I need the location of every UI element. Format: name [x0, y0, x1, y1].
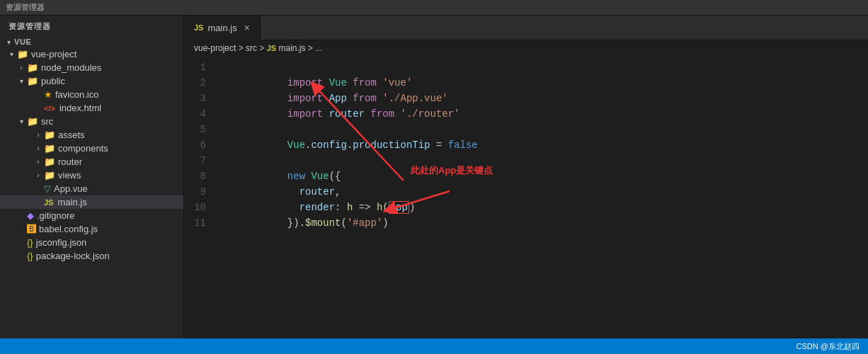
sidebar-item-node-modules[interactable]: 📁 node_modules [0, 61, 183, 74]
arrow-icon [33, 171, 44, 179]
html-icon: </> [44, 104, 55, 113]
sidebar-item-src[interactable]: 📁 src [0, 115, 183, 128]
tab-bar: JS main.js × [184, 16, 868, 40]
code-container[interactable]: 1234 5678 91011 import Vue from 'vue' im… [184, 57, 868, 338]
tab-js-icon: JS [194, 23, 203, 32]
sidebar-label: views [58, 170, 81, 181]
status-bar: CSDN @东北赵四 [0, 338, 868, 354]
sidebar-title: 资源管理器 [0, 16, 183, 36]
code-lines: import Vue from 'vue' import App from '.… [216, 59, 868, 231]
breadcrumb-text: vue-project > src > JS main.js > ... [194, 43, 322, 53]
folder-icon: 📁 [44, 156, 55, 167]
js-icon: JS [44, 198, 53, 207]
sidebar-label: .gitignore [37, 210, 74, 221]
arrow-icon [33, 131, 44, 139]
arrow-icon [6, 50, 17, 58]
editor-area: JS main.js × vue-project > src > JS main… [184, 16, 868, 338]
code-line-7: new Vue({ [216, 153, 868, 169]
sidebar-label: App.vue [54, 183, 88, 194]
sidebar-item-router[interactable]: 📁 router [0, 155, 183, 169]
folder-icon: 📁 [44, 130, 55, 140]
sidebar-item-jsconfig[interactable]: {} jsconfig.json [0, 236, 183, 249]
json-icon: {} [27, 251, 33, 261]
sidebar-item-gitignore[interactable]: ◆ .gitignore [0, 209, 183, 222]
tab-label: main.js [207, 23, 236, 33]
arrow-icon [16, 64, 27, 72]
sidebar-label: jsconfig.json [36, 237, 87, 248]
sidebar-label: src [41, 116, 53, 127]
code-editor: 1234 5678 91011 import Vue from 'vue' im… [184, 57, 868, 231]
sidebar-item-views[interactable]: 📁 views [0, 169, 183, 182]
sidebar-label: VUE [14, 38, 31, 46]
sidebar-label: public [41, 76, 65, 86]
folder-icon: 📁 [44, 143, 55, 154]
gitignore-icon: ◆ [27, 210, 34, 221]
sidebar-label: components [58, 143, 108, 154]
tab-main-js[interactable]: JS main.js × [184, 16, 261, 40]
sidebar-item-index-html[interactable]: </> index.html [0, 101, 183, 115]
folder-icon: 📁 [27, 76, 38, 86]
folder-icon: 📁 [17, 49, 28, 59]
sidebar-label: main.js [57, 197, 86, 207]
sidebar-label: router [58, 156, 82, 167]
arrow-icon [16, 118, 27, 125]
sidebar-item-vue-section[interactable]: VUE [0, 36, 183, 47]
code-line-5: Vue.config.productionTip = false [216, 122, 868, 137]
titlebar: 资源管理器 [0, 0, 868, 16]
sidebar-item-vue-project[interactable]: 📁 vue-project [0, 47, 183, 61]
sidebar-label: package-lock.json [36, 251, 110, 261]
star-icon: ★ [44, 89, 52, 100]
sidebar-label: vue-project [31, 49, 76, 59]
sidebar: 资源管理器 VUE 📁 vue-project 📁 node_modules 📁… [0, 16, 184, 338]
folder-icon: 📁 [44, 170, 55, 181]
sidebar-item-package-lock[interactable]: {} package-lock.json [0, 249, 183, 263]
vue-icon: ▽ [44, 183, 51, 194]
babel-icon: 🅱 [27, 224, 36, 234]
arrow-icon [16, 77, 27, 85]
code-line-1: import Vue from 'vue' [216, 59, 868, 75]
folder-icon: 📁 [27, 62, 38, 73]
arrow-icon [3, 38, 14, 46]
arrow-icon [33, 158, 44, 166]
sidebar-label: favicon.ico [55, 89, 98, 100]
sidebar-item-components[interactable]: 📁 components [0, 142, 183, 155]
sidebar-item-app-vue[interactable]: ▽ App.vue [0, 182, 183, 195]
csdn-badge: CSDN @东北赵四 [796, 341, 860, 352]
annotation-text: 此处的App是关键点 [411, 164, 493, 177]
json-icon: {} [27, 237, 33, 248]
titlebar-text: 资源管理器 [6, 2, 45, 13]
sidebar-item-babel[interactable]: 🅱 babel.config.js [0, 222, 183, 236]
sidebar-item-assets[interactable]: 📁 assets [0, 128, 183, 142]
sidebar-item-public[interactable]: 📁 public [0, 74, 183, 88]
tab-close-button[interactable]: × [244, 22, 250, 33]
sidebar-label: babel.config.js [39, 224, 98, 234]
sidebar-label: index.html [59, 103, 101, 113]
folder-icon: 📁 [27, 116, 38, 127]
line-numbers: 1234 5678 91011 [184, 59, 216, 231]
breadcrumb: vue-project > src > JS main.js > ... [184, 40, 868, 57]
sidebar-label: assets [58, 130, 85, 140]
sidebar-item-favicon[interactable]: ★ favicon.ico [0, 88, 183, 101]
sidebar-item-main-js[interactable]: JS main.js [0, 195, 183, 209]
sidebar-label: node_modules [41, 62, 101, 73]
arrow-icon [33, 144, 44, 152]
